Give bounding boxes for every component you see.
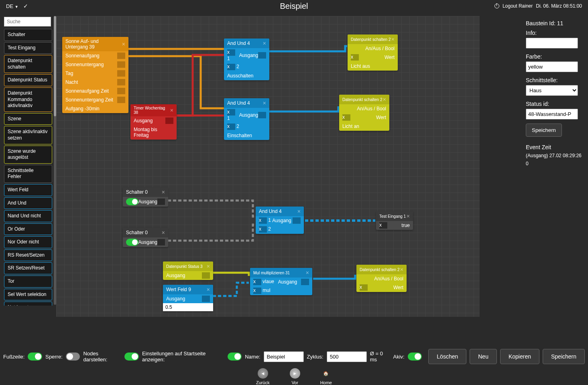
output-port[interactable]	[258, 52, 266, 59]
palette-item[interactable]: Szene wurde ausgelöst	[4, 146, 52, 164]
search-input[interactable]	[4, 17, 51, 26]
close-icon[interactable]: ×	[207, 263, 210, 270]
close-icon[interactable]: ×	[263, 100, 266, 106]
input-port[interactable]: x	[379, 222, 387, 229]
kopieren-button[interactable]: Kopieren	[500, 349, 539, 364]
node-mul[interactable]: Mul multiplizieren 31× x vlaueAusgang x …	[250, 268, 312, 295]
einstellungen-toggle[interactable]	[228, 353, 242, 361]
output-port[interactable]	[117, 61, 125, 68]
node-dp1[interactable]: Datenpunkt schalten 2× An/Aus / Bool xWe…	[348, 34, 398, 71]
input-port[interactable]: x	[253, 279, 261, 285]
akiv-toggle[interactable]	[408, 353, 422, 361]
node-timer[interactable]: Timer Wochentag 38× Ausgang Montag bis F…	[130, 104, 177, 140]
palette-item[interactable]: RS Reset/Setzen	[4, 249, 52, 261]
output-port[interactable]	[157, 239, 165, 245]
palette-item[interactable]: Nor Oder nicht	[4, 236, 52, 248]
input-port[interactable]: x	[227, 49, 235, 56]
farbe-input[interactable]	[526, 61, 578, 72]
node-and2[interactable]: And Und 4× x 1Ausgang x 2 Einschalten	[224, 98, 269, 140]
output-port[interactable]	[157, 199, 165, 205]
output-port[interactable]	[117, 97, 125, 103]
palette-item[interactable]: SR Setzen/Reset	[4, 262, 52, 274]
palette-item[interactable]: Datenpunkt Status	[4, 74, 52, 86]
speichern-button[interactable]: Speichern	[526, 124, 562, 137]
close-icon[interactable]: ×	[122, 41, 125, 47]
node-and1[interactable]: And Und 4× x 1Ausgang x 2 Ausschalten	[224, 38, 269, 80]
palette-item[interactable]: Not Inverter	[4, 302, 52, 306]
toggle-switch[interactable]	[126, 198, 138, 205]
nodes-toggle[interactable]	[124, 353, 139, 361]
palette-item[interactable]: Datenpunkt Kommando aktiv/inaktiv	[4, 87, 52, 112]
power-icon[interactable]	[494, 4, 499, 8]
input-port[interactable]: x	[253, 288, 261, 294]
schnittstelle-select[interactable]: Haus	[526, 85, 578, 96]
input-port[interactable]: x	[342, 114, 350, 121]
zyklus-input[interactable]	[327, 351, 367, 362]
close-icon[interactable]: ×	[306, 270, 309, 276]
output-port[interactable]	[117, 88, 125, 94]
node-schalter1[interactable]: Schalter 0× Ausgang	[123, 187, 168, 207]
output-port[interactable]	[202, 272, 210, 279]
palette-item[interactable]: Nand Und nicht	[4, 210, 52, 222]
logout-link[interactable]: Logout Rainer	[503, 3, 533, 9]
canvas[interactable]: Sonne Auf- und Untergang 39× Sonnenaufga…	[56, 16, 480, 317]
close-icon[interactable]: ×	[391, 36, 395, 43]
palette-item[interactable]: Datenpunkt schalten	[4, 55, 52, 73]
close-icon[interactable]: ×	[207, 286, 210, 293]
close-icon[interactable]: ×	[400, 266, 403, 273]
node-schalter2[interactable]: Schalter 0× Ausgang	[123, 228, 168, 247]
loeschen-button[interactable]: Löschen	[428, 349, 466, 364]
output-port[interactable]	[202, 296, 210, 302]
input-port[interactable]: x	[227, 109, 235, 116]
nav-zurueck[interactable]: ◄Zurück	[256, 368, 270, 385]
input-port[interactable]: x	[351, 54, 359, 61]
palette-item[interactable]: And Und	[4, 197, 52, 209]
close-icon[interactable]: ×	[383, 96, 386, 103]
node-sonne[interactable]: Sonne Auf- und Untergang 39× Sonnenaufga…	[62, 37, 128, 113]
close-icon[interactable]: ×	[170, 107, 173, 113]
close-icon[interactable]: ×	[263, 40, 266, 47]
palette-item[interactable]: Schnittstelle Fehler	[4, 165, 52, 183]
close-icon[interactable]: ×	[162, 189, 165, 195]
node-dp3[interactable]: Datenpunkt schalten 2× An/Aus / Bool xWe…	[356, 265, 407, 292]
speichern-button[interactable]: Speichern	[543, 349, 585, 364]
status-input[interactable]	[526, 109, 578, 120]
close-icon[interactable]: ×	[162, 229, 165, 236]
sperre-toggle[interactable]	[66, 353, 80, 361]
node-and3[interactable]: And Und 4× x 1Ausgang x 2	[256, 207, 304, 234]
palette-item[interactable]: Szene	[4, 113, 52, 125]
output-port[interactable]	[165, 118, 173, 124]
node-dp2[interactable]: Datenpunkt schalten 2× An/Aus / Bool xWe…	[339, 95, 389, 131]
node-dpstatus[interactable]: Datenpunkt Status 3× Ausgang	[163, 261, 213, 280]
palette-item[interactable]: Szene aktiv/inaktiv setzen	[4, 126, 52, 144]
info-input[interactable]	[526, 38, 578, 49]
palette-item[interactable]: Test Eingang	[4, 42, 52, 54]
input-port[interactable]: x	[227, 124, 235, 130]
output-port[interactable]	[258, 112, 266, 118]
value-field[interactable]: 0.5	[163, 303, 213, 311]
output-port[interactable]	[117, 79, 125, 85]
neu-button[interactable]: Neu	[470, 349, 497, 364]
language-selector[interactable]: DE ▼	[6, 3, 18, 9]
output-port[interactable]	[293, 217, 301, 224]
palette-item[interactable]: Or Oder	[4, 223, 52, 235]
palette-item[interactable]: Sel Wert selektion	[4, 289, 52, 301]
nav-vor[interactable]: ►Vor	[290, 368, 300, 385]
input-port[interactable]: x	[360, 284, 368, 291]
node-wertfeld[interactable]: Wert Feld 9× Ausgang 0.5	[163, 285, 213, 311]
check-icon[interactable]: ✓	[23, 3, 28, 9]
output-port[interactable]	[117, 53, 125, 59]
nav-home[interactable]: 🏠Home	[320, 368, 332, 385]
fusszeile-toggle[interactable]	[28, 353, 42, 361]
palette-item[interactable]: Wert Feld	[4, 184, 52, 196]
toggle-switch[interactable]	[126, 239, 138, 246]
palette-item[interactable]: Schalter	[4, 29, 52, 41]
output-port[interactable]	[117, 70, 125, 77]
name-input[interactable]	[264, 351, 304, 362]
close-icon[interactable]: ×	[407, 213, 410, 219]
close-icon[interactable]: ×	[297, 208, 301, 215]
output-port[interactable]	[301, 279, 309, 285]
input-port[interactable]: x	[259, 226, 267, 233]
palette-item[interactable]: Tor	[4, 276, 52, 288]
input-port[interactable]: x	[227, 64, 235, 70]
